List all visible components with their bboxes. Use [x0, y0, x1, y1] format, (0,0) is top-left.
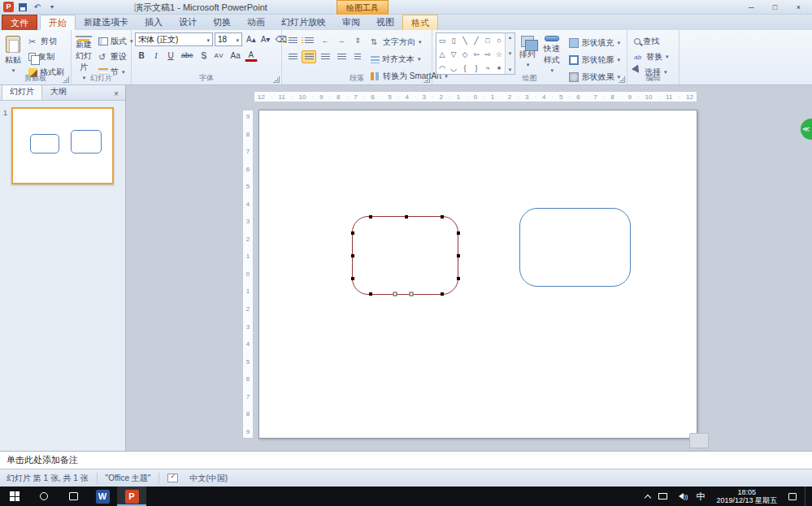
find-button[interactable]: 查找 — [631, 34, 672, 49]
edit-point-handle-white[interactable] — [393, 292, 397, 296]
powerpoint-app-icon[interactable]: P — [3, 2, 14, 12]
selected-rounded-rectangle[interactable] — [352, 216, 458, 295]
paste-button[interactable]: 粘贴 — [3, 32, 23, 75]
edit-point-handle[interactable] — [351, 231, 354, 235]
increase-indent-button[interactable]: → — [334, 34, 349, 47]
display-tray-icon[interactable] — [658, 493, 667, 500]
vertical-ruler[interactable]: 9876543210123456789 — [242, 110, 254, 439]
shape-fill-button[interactable]: 形状填充 — [566, 36, 623, 50]
tab-开始[interactable]: 开始 — [40, 15, 76, 30]
copy-button[interactable]: 复制 — [25, 50, 67, 64]
font-dialog-launcher[interactable] — [273, 76, 280, 83]
grow-font-button[interactable]: A▴ — [244, 33, 258, 46]
slide-thumbnail[interactable] — [11, 107, 114, 184]
tab-文件[interactable]: 文件 — [2, 15, 37, 30]
panel-tab-slides[interactable]: 幻灯片 — [2, 84, 42, 100]
shape-gallery-item[interactable]: ⇨ — [482, 47, 493, 61]
search-button[interactable] — [29, 487, 59, 506]
change-case-button[interactable]: Aa — [228, 49, 243, 62]
underline-button[interactable]: U — [164, 49, 177, 62]
layout-button[interactable]: 版式 — [95, 34, 137, 49]
shape-gallery-item[interactable]: ⇦ — [471, 47, 482, 61]
spellcheck-icon[interactable] — [167, 474, 178, 482]
character-spacing-button[interactable]: AV — [212, 49, 227, 62]
tab-幻灯片放映[interactable]: 幻灯片放映 — [273, 15, 334, 30]
columns-button[interactable] — [350, 50, 365, 63]
bold-button[interactable]: B — [135, 49, 148, 62]
shape-gallery-item[interactable]: □ — [482, 33, 493, 47]
maximize-button[interactable]: □ — [764, 1, 786, 13]
edit-point-handle[interactable] — [369, 292, 372, 296]
panel-tab-outline[interactable]: 大纲 — [42, 84, 75, 100]
horizontal-ruler[interactable]: 12·11·10·9·8·7·6·5·4·3·2·1·0·1·2·3·4·5·6… — [254, 91, 697, 102]
show-desktop-button[interactable] — [805, 487, 809, 506]
edit-point-handle[interactable] — [441, 215, 444, 218]
clipboard-dialog-launcher[interactable] — [63, 76, 69, 83]
shape-gallery-item[interactable]: ▭ — [436, 33, 448, 47]
volume-tray-icon[interactable]: )) — [675, 493, 688, 500]
tab-动画[interactable]: 动画 — [239, 15, 273, 30]
notes-pane[interactable]: 单击此处添加备注 — [0, 451, 812, 469]
edit-point-handle[interactable] — [457, 254, 460, 257]
align-right-button[interactable] — [318, 50, 332, 63]
justify-button[interactable] — [334, 50, 349, 63]
shape-gallery-item[interactable]: ◇ — [459, 47, 471, 61]
rounded-rectangle-shape[interactable] — [519, 208, 631, 287]
taskbar-word-button[interactable]: W — [88, 487, 117, 506]
edit-point-handle[interactable] — [441, 292, 444, 296]
edit-point-handle[interactable] — [405, 215, 408, 218]
hidden-icons-chevron[interactable] — [645, 494, 651, 500]
panel-close-icon[interactable]: × — [111, 89, 122, 98]
arrange-button[interactable]: 排列 — [518, 32, 537, 75]
language-indicator[interactable]: 中文(中国) — [181, 473, 236, 484]
minimize-button[interactable]: ─ — [740, 1, 762, 13]
shrink-font-button[interactable]: A▾ — [258, 33, 273, 46]
tab-格式[interactable]: 格式 — [402, 15, 438, 30]
shape-gallery-item[interactable]: △ — [436, 47, 448, 61]
shape-outline-button[interactable]: 形状轮廓 — [566, 53, 623, 67]
start-button[interactable] — [0, 487, 29, 506]
edit-point-handle[interactable] — [457, 231, 460, 235]
close-button[interactable]: × — [788, 1, 810, 13]
paragraph-dialog-launcher[interactable] — [423, 76, 430, 83]
drawing-dialog-launcher[interactable] — [619, 76, 625, 83]
edit-point-handle[interactable] — [369, 215, 372, 218]
align-center-button[interactable] — [302, 50, 316, 63]
font-size-select[interactable]: 18 — [215, 32, 242, 46]
slide-canvas[interactable] — [258, 110, 697, 439]
task-view-button[interactable] — [59, 487, 88, 506]
shape-gallery-item[interactable]: ○ — [493, 33, 505, 47]
bullets-button[interactable] — [285, 34, 300, 47]
taskbar-clock[interactable]: 18:05 2019/12/13 星期五 — [713, 487, 780, 506]
tab-视图[interactable]: 视图 — [368, 15, 402, 30]
line-spacing-button[interactable]: ⇕ — [350, 34, 365, 47]
strikethrough-button[interactable]: abc — [179, 49, 196, 62]
reset-button[interactable]: 重设 — [95, 50, 137, 64]
shape-gallery-item[interactable]: ☆ — [493, 47, 505, 61]
ime-indicator[interactable]: 中 — [696, 491, 705, 503]
edit-point-handle[interactable] — [351, 277, 354, 280]
align-left-button[interactable] — [285, 50, 300, 63]
save-button[interactable] — [17, 2, 28, 12]
tab-新建选项卡[interactable]: 新建选项卡 — [76, 15, 137, 30]
decrease-indent-button[interactable]: ← — [318, 34, 332, 47]
font-color-button[interactable]: A — [245, 50, 258, 62]
edit-point-handle-white[interactable] — [410, 292, 414, 296]
new-slide-button[interactable]: 新建幻灯片 — [75, 32, 93, 75]
replace-button[interactable]: 替换 — [631, 50, 672, 64]
tab-切换[interactable]: 切换 — [205, 15, 239, 30]
quick-styles-button[interactable]: 快速样式 — [540, 32, 563, 75]
italic-button[interactable]: I — [150, 49, 163, 62]
theme-indicator[interactable]: "Office 主题" — [98, 473, 160, 484]
edit-point-handle[interactable] — [351, 254, 354, 257]
tab-审阅[interactable]: 审阅 — [334, 15, 368, 30]
font-name-select[interactable]: 宋体 (正文) — [135, 32, 213, 46]
action-center-icon[interactable] — [788, 493, 797, 500]
shape-gallery-item[interactable]: ▽ — [448, 47, 459, 61]
shape-gallery-scrollbar[interactable]: ▲▼▼ — [505, 33, 515, 74]
shape-gallery-item[interactable]: ╲ — [459, 33, 471, 47]
qat-customize-button[interactable] — [46, 2, 58, 12]
taskbar-powerpoint-button[interactable]: P — [117, 487, 146, 506]
undo-button[interactable] — [32, 2, 43, 12]
tab-设计[interactable]: 设计 — [171, 15, 205, 30]
